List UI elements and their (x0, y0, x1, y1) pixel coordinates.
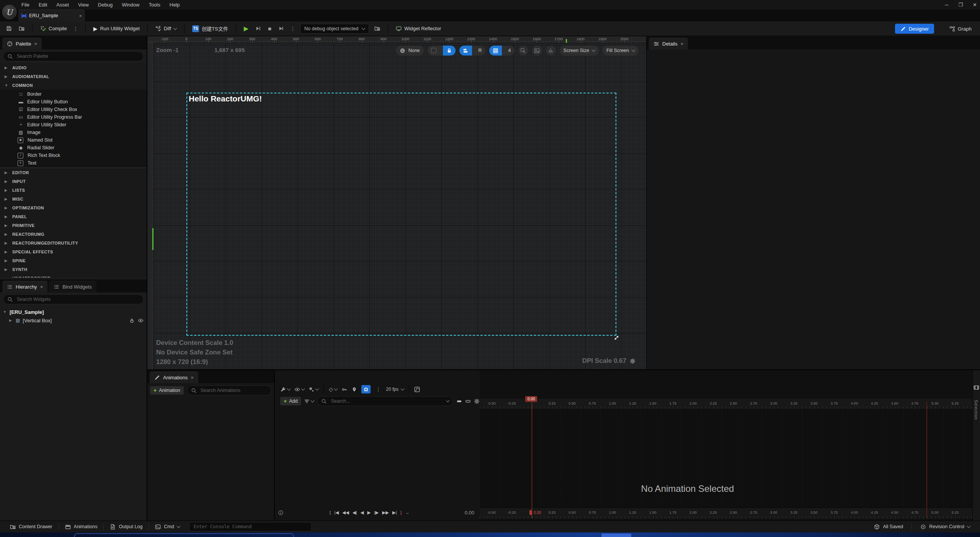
lock-icon[interactable] (129, 318, 135, 323)
expand-arrow-icon[interactable]: ▶ (9, 318, 13, 322)
tab-palette[interactable]: Palette × (2, 38, 42, 49)
hello-text-widget[interactable]: Hello ReactorUMG! (189, 94, 262, 103)
graph-mode-button[interactable]: Graph (949, 24, 972, 34)
create-ts-file-button[interactable]: TS 创建TS文件 (191, 25, 230, 32)
sequencer-timeline[interactable]: -0.50-0.250.250.500.751.001.251.501.752.… (480, 370, 973, 521)
compile-button[interactable]: Compile (39, 26, 69, 31)
palette-category-audio[interactable]: ▶AUDIO (0, 63, 147, 72)
dashed-outline-button[interactable] (428, 46, 440, 55)
palette-category-special-effects[interactable]: ▶SPECIAL EFFECTS (0, 247, 147, 256)
palette-category-editor[interactable]: ▶EDITOR (0, 168, 147, 177)
menu-file[interactable]: File (18, 2, 33, 8)
snap-options-button[interactable]: ⋮ (375, 386, 382, 392)
add-animation-button[interactable]: + Animation (150, 386, 184, 395)
palette-category-spine[interactable]: ▶SPINE (0, 256, 147, 265)
fill-screen-dropdown[interactable]: Fill Screen (603, 46, 639, 55)
palette-item-border[interactable]: □Border (0, 90, 147, 98)
playhead-bottom-marker[interactable]: 0.00 (529, 510, 541, 515)
marker-pin-button[interactable] (351, 387, 357, 392)
keyframe-options-button[interactable]: ◇ (329, 387, 337, 392)
info-icon[interactable] (278, 510, 284, 516)
lock-widget-button[interactable] (443, 46, 456, 55)
selection-rail-tab[interactable]: Selection (974, 400, 978, 420)
palette-category-uncategorized[interactable]: ▶UNCATEGORIZED (0, 274, 147, 277)
screen-size-dropdown[interactable]: Screen Size (560, 46, 599, 55)
select-widget-button[interactable] (518, 46, 528, 55)
timeline-ruler-top[interactable]: -0.50-0.250.250.500.751.001.251.501.752.… (480, 399, 973, 409)
tab-animations[interactable]: Animations × (150, 372, 198, 383)
tab-close-icon[interactable]: × (79, 13, 82, 18)
animation-search-input[interactable] (200, 387, 267, 393)
track-search-input[interactable] (330, 398, 443, 404)
palette-close-icon[interactable]: × (34, 41, 37, 46)
collapse-tracks-button[interactable] (465, 398, 471, 404)
snap-toggle-button[interactable]: Ω (361, 385, 371, 393)
console-command-field[interactable] (189, 522, 312, 531)
playback-options-button[interactable] (309, 387, 318, 392)
palette-category-reactorumg[interactable]: ▶REACTORUMG (0, 230, 147, 238)
save-button[interactable] (5, 26, 13, 31)
skip-to-end-button[interactable] (277, 26, 286, 31)
gear-icon[interactable] (630, 358, 635, 364)
menu-view[interactable]: View (74, 2, 93, 8)
timeline-ruler-bottom[interactable]: -0.50-0.250.250.500.751.001.251.501.752.… (480, 508, 973, 519)
revision-control-dropdown[interactable]: Revision Control (914, 524, 976, 530)
view-options-button[interactable] (294, 387, 304, 392)
design-area-selection[interactable] (186, 93, 616, 336)
track-search[interactable] (317, 396, 453, 406)
cmd-dropdown[interactable]: Cmd (149, 521, 186, 532)
range-start-button[interactable]: [ (330, 510, 331, 515)
palette-item-editor-utility-button[interactable]: ▬Editor Utility Button (0, 98, 147, 106)
console-command-input[interactable] (193, 524, 308, 530)
palette-category-optimization[interactable]: ▶OPTIMIZATION (0, 203, 147, 212)
details-close-icon[interactable]: × (681, 41, 684, 46)
animations-statusbar-button[interactable]: Animations (59, 521, 104, 532)
palette-item-editor-utility-slider[interactable]: ÷Editor Utility Slider (0, 121, 147, 129)
palette-category-input[interactable]: ▶INPUT (0, 177, 147, 186)
designer-canvas[interactable]: -100010020030040050060070080090010001100… (147, 36, 646, 369)
tree-row-vertical-box[interactable]: ▶ ▤ [Vertical Box] (0, 316, 147, 325)
maximize-button[interactable]: ❐ (958, 2, 963, 8)
compile-options-button[interactable]: ⋮ (72, 26, 79, 32)
playhead-time-badge[interactable]: 0.00 (525, 396, 537, 402)
play-reverse-button[interactable]: ◀ (361, 510, 364, 515)
tab-bind-widgets[interactable]: Bind Widgets (49, 281, 96, 292)
palette-item-image[interactable]: ▨Image (0, 129, 147, 136)
to-end-button[interactable]: ▶| (392, 510, 397, 515)
next-key-button[interactable]: ▶▶ (382, 510, 389, 515)
resize-handle-icon[interactable] (614, 335, 619, 341)
palette-category-audiomaterial[interactable]: ▶AUDIOMATERIAL (0, 72, 147, 81)
fps-dropdown[interactable]: 20 fps (386, 387, 404, 392)
expand-tracks-button[interactable] (456, 398, 462, 404)
menu-window[interactable]: Window (118, 2, 143, 8)
animation-search[interactable] (187, 385, 271, 395)
film-icon[interactable] (973, 385, 979, 390)
tab-eru-sample[interactable]: ERU_Sample × (18, 10, 85, 21)
play-button[interactable]: ▶ (242, 26, 250, 32)
minimize-button[interactable]: ─ (945, 2, 948, 8)
palette-category-reactorumgeditorutility[interactable]: ▶REACTORUMGEDITORUTILITY (0, 238, 147, 247)
flip-preview-button[interactable] (546, 46, 556, 55)
menu-help[interactable]: Help (166, 2, 184, 8)
hierarchy-close-icon[interactable]: × (40, 284, 43, 289)
palette-item-rich-text-block[interactable]: /Rich Text Block (0, 152, 147, 159)
all-saved-indicator[interactable]: All Saved (868, 524, 909, 530)
browse-button[interactable] (17, 26, 26, 31)
palette-category-panel[interactable]: ▶PANEL (0, 212, 147, 221)
tab-details[interactable]: Details × (649, 38, 688, 49)
hierarchy-search[interactable] (3, 294, 144, 304)
menu-edit[interactable]: Edit (35, 2, 51, 8)
palette-search[interactable] (3, 51, 144, 61)
sequencer-options-button[interactable] (280, 387, 290, 392)
palette-category-primitive[interactable]: ▶PRIMITIVE (0, 221, 147, 230)
step-back-button[interactable]: ◀| (353, 510, 357, 515)
debug-object-dropdown[interactable]: No debug object selected (300, 24, 369, 34)
palette-item-named-slot[interactable]: ✱Named Slot (0, 136, 147, 144)
track-settings-gear-icon[interactable] (474, 398, 480, 404)
animations-close-icon[interactable]: × (191, 375, 194, 380)
palette-category-misc[interactable]: ▶MISC (0, 194, 147, 203)
hierarchy-search-input[interactable] (16, 296, 139, 302)
stop-button[interactable]: ■ (266, 26, 273, 31)
playback-end-marker[interactable] (926, 402, 927, 518)
designer-mode-button[interactable]: Designer (895, 24, 934, 34)
